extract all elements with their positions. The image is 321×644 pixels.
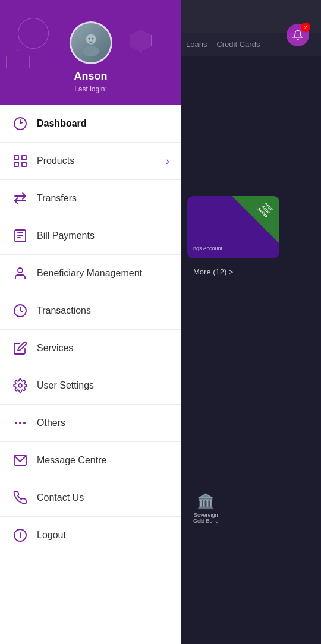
menu-item-dashboard[interactable]: Dashboard xyxy=(0,105,181,143)
menu-label-services: Services xyxy=(37,343,169,353)
svg-point-17 xyxy=(18,384,22,387)
more-button[interactable]: More (12) > xyxy=(193,267,234,276)
avatar-image xyxy=(71,23,111,62)
last-login: Last login: xyxy=(74,85,107,93)
sovereign-label: SovereignGold Bond xyxy=(193,512,219,524)
svg-rect-9 xyxy=(14,162,18,166)
menu-item-bill-payments[interactable]: Bill Payments xyxy=(0,217,181,255)
svg-point-20 xyxy=(23,422,26,424)
svg-point-19 xyxy=(19,422,21,424)
hexagon-decoration-right xyxy=(140,70,169,99)
bill-icon xyxy=(12,228,29,244)
side-drawer: Anson Last login: Dashboard Products › xyxy=(0,0,181,644)
menu-item-transfers[interactable]: Transfers xyxy=(0,180,181,217)
active-ribbon: Activ Activ Active xyxy=(232,196,279,244)
menu-item-user-settings[interactable]: User Settings xyxy=(0,367,181,405)
avatar xyxy=(70,21,112,64)
nav-tabs: Loans Credit Cards xyxy=(181,33,321,56)
transfers-icon xyxy=(12,190,29,207)
menu-list: Dashboard Products › Transfers xyxy=(0,105,181,644)
menu-label-others: Others xyxy=(37,418,169,428)
menu-label-logout: Logout xyxy=(37,530,169,541)
ribbon-text: Activ Activ Active xyxy=(247,196,279,229)
svg-point-15 xyxy=(18,268,23,273)
notification-badge: 2 xyxy=(301,23,310,32)
sovereign-icon: 🏛️ xyxy=(193,493,219,510)
menu-item-contact-us[interactable]: Contact Us xyxy=(0,479,181,517)
chevron-right-icon: › xyxy=(166,155,169,168)
drawer-header: Anson Last login: xyxy=(0,0,181,105)
beneficiary-icon xyxy=(12,265,29,282)
svg-point-5 xyxy=(92,38,93,40)
message-icon xyxy=(12,452,29,469)
menu-item-message-centre[interactable]: Message Centre xyxy=(0,442,181,479)
logout-icon xyxy=(12,527,29,544)
menu-label-products: Products xyxy=(37,156,166,166)
svg-rect-8 xyxy=(22,156,26,160)
svg-rect-10 xyxy=(22,162,26,166)
menu-label-contact-us: Contact Us xyxy=(37,493,169,503)
card-account-label: ngs Account xyxy=(193,245,222,251)
others-icon xyxy=(12,415,29,431)
svg-point-4 xyxy=(88,38,90,40)
menu-label-user-settings: User Settings xyxy=(37,380,169,391)
menu-label-message-centre: Message Centre xyxy=(37,455,169,466)
products-icon xyxy=(12,153,29,169)
top-bar: 2 xyxy=(181,0,321,33)
menu-item-logout[interactable]: Logout xyxy=(0,517,181,554)
menu-item-transactions[interactable]: Transactions xyxy=(0,292,181,330)
menu-item-beneficiary[interactable]: Beneficiary Management xyxy=(0,255,181,292)
user-name: Anson xyxy=(74,70,108,83)
tab-loans[interactable]: Loans xyxy=(181,33,212,56)
menu-item-products[interactable]: Products › xyxy=(0,143,181,180)
contact-icon xyxy=(12,490,29,506)
svg-rect-7 xyxy=(14,156,18,160)
menu-item-others[interactable]: Others xyxy=(0,405,181,442)
menu-label-dashboard: Dashboard xyxy=(37,118,169,129)
account-card: Activ Activ Active ngs Account xyxy=(187,196,279,258)
svg-point-18 xyxy=(15,422,17,424)
services-icon xyxy=(12,340,29,356)
hexagon-decoration-left xyxy=(6,50,30,74)
menu-item-services[interactable]: Services xyxy=(0,330,181,367)
menu-label-bill-payments: Bill Payments xyxy=(37,231,169,241)
svg-rect-11 xyxy=(15,230,26,242)
menu-label-transfers: Transfers xyxy=(37,193,169,204)
menu-label-beneficiary: Beneficiary Management xyxy=(37,268,169,279)
svg-point-2 xyxy=(83,46,99,56)
menu-label-transactions: Transactions xyxy=(37,305,169,316)
sovereign-gold-bond: 🏛️ SovereignGold Bond xyxy=(193,493,219,524)
tab-credit-cards[interactable]: Credit Cards xyxy=(212,33,265,56)
transactions-icon xyxy=(12,302,29,319)
right-panel: 2 Loans Credit Cards Activ Activ Active … xyxy=(181,0,321,644)
dashboard-icon xyxy=(12,115,29,132)
settings-icon xyxy=(12,377,29,394)
